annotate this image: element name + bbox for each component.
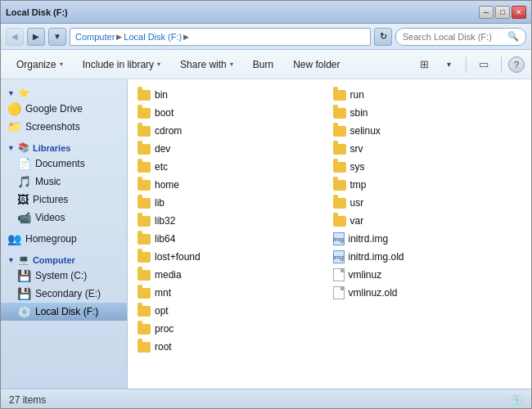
sidebar-item-google-drive-label: Google Drive xyxy=(25,103,83,115)
preview-pane-button[interactable]: ▭ xyxy=(473,54,494,75)
list-item[interactable]: boot xyxy=(134,104,330,122)
sidebar-item-google-drive[interactable]: 🟡 Google Drive xyxy=(1,100,127,118)
content-area: ▼ ⭐ 🟡 Google Drive 📁 Screenshots ▼ 📚 Lib… xyxy=(1,79,531,389)
window-controls: ─ □ ✕ xyxy=(479,6,526,19)
folder-icon xyxy=(138,198,151,209)
dropdown-button[interactable]: ▼ xyxy=(48,28,66,46)
refresh-icon: ↻ xyxy=(380,31,387,42)
list-item[interactable]: lost+found xyxy=(134,248,330,266)
sidebar-item-system-c[interactable]: 💾 System (C:) xyxy=(1,267,127,285)
search-input[interactable] xyxy=(403,32,504,42)
sidebar-item-secondary-e-label: Secondary (E:) xyxy=(35,288,101,299)
file-name: lib xyxy=(155,197,165,209)
sidebar-item-music[interactable]: 🎵 Music xyxy=(1,173,127,191)
file-name: usr xyxy=(350,197,364,209)
list-item[interactable]: dev xyxy=(134,140,330,158)
file-name: var xyxy=(350,215,364,227)
sidebar-item-secondary-e[interactable]: 💾 Secondary (E:) xyxy=(1,285,127,303)
list-item[interactable]: imginitrd.img xyxy=(330,230,525,248)
folder-icon xyxy=(138,216,151,227)
titlebar: Local Disk (F:) ─ □ ✕ xyxy=(1,1,531,24)
list-item[interactable]: var xyxy=(330,212,525,230)
help-button[interactable]: ? xyxy=(508,56,525,73)
folder-icon xyxy=(138,342,151,353)
item-count: 27 items xyxy=(9,394,46,406)
list-item[interactable]: selinux xyxy=(330,122,525,140)
list-item[interactable]: cdrom xyxy=(134,122,330,140)
libraries-section: ▼ 📚 Libraries 📄 Documents 🎵 Music 🖼 Pict… xyxy=(1,139,127,227)
include-in-library-button[interactable]: Include in library ▾ xyxy=(74,54,169,75)
list-item[interactable]: lib xyxy=(134,194,330,212)
favorites-icon: ⭐ xyxy=(18,88,29,98)
search-box[interactable]: 🔍 xyxy=(395,28,526,46)
secondary-e-icon: 💾 xyxy=(17,287,31,300)
file-list: binrunbootsbincdromselinuxdevsrvetcsysho… xyxy=(128,79,531,389)
file-icon xyxy=(333,268,345,281)
computer-label: Computer xyxy=(33,255,75,265)
sidebar-item-pictures[interactable]: 🖼 Pictures xyxy=(1,191,127,209)
list-item[interactable]: root xyxy=(134,338,330,356)
burn-button[interactable]: Burn xyxy=(244,54,282,75)
list-item[interactable]: vmlinuz.old xyxy=(330,284,525,302)
back-button[interactable]: ◀ xyxy=(6,28,24,46)
file-name: home xyxy=(155,179,179,191)
maximize-button[interactable]: □ xyxy=(495,6,510,19)
share-with-button[interactable]: Share with ▾ xyxy=(171,54,242,75)
list-item[interactable]: sys xyxy=(330,158,525,176)
list-item[interactable]: sbin xyxy=(330,104,525,122)
list-item[interactable]: run xyxy=(330,86,525,104)
path-localdisk: Local Disk (F:) xyxy=(124,32,182,42)
organize-button[interactable]: Organize ▾ xyxy=(7,54,72,75)
close-button[interactable]: ✕ xyxy=(512,6,526,19)
sidebar-item-homegroup[interactable]: 👥 Homegroup xyxy=(1,230,127,248)
local-disk-f-icon: 💿 xyxy=(17,305,31,318)
file-icon: img xyxy=(333,232,345,245)
list-item[interactable]: home xyxy=(134,176,330,194)
list-item[interactable]: imginitrd.img.old xyxy=(330,248,525,266)
toolbar: Organize ▾ Include in library ▾ Share wi… xyxy=(1,50,531,79)
sidebar-item-videos[interactable]: 📹 Videos xyxy=(1,209,127,227)
statusbar: 27 items 💿 xyxy=(1,389,531,409)
folder-icon xyxy=(138,108,151,119)
forward-button[interactable]: ▶ xyxy=(27,28,45,46)
list-item[interactable]: srv xyxy=(330,140,525,158)
forward-arrow-icon: ▶ xyxy=(33,32,39,41)
view-dropdown-button[interactable]: ▾ xyxy=(438,54,459,75)
sidebar-item-documents[interactable]: 📄 Documents xyxy=(1,155,127,173)
file-name: tmp xyxy=(350,179,367,191)
list-item[interactable]: bin xyxy=(134,86,330,104)
file-name: srv xyxy=(350,143,363,155)
list-item-empty xyxy=(330,338,525,356)
list-item[interactable]: usr xyxy=(330,194,525,212)
libraries-label: Libraries xyxy=(33,143,70,153)
burn-label: Burn xyxy=(253,59,273,70)
list-item[interactable]: etc xyxy=(134,158,330,176)
list-item[interactable]: lib64 xyxy=(134,230,330,248)
refresh-button[interactable]: ↻ xyxy=(374,28,392,46)
address-path[interactable]: Computer ▶ Local Disk (F:) ▶ xyxy=(70,28,371,46)
libraries-group: ▼ 📚 Libraries xyxy=(1,139,127,155)
sidebar-item-documents-label: Documents xyxy=(35,158,85,169)
list-item[interactable]: media xyxy=(134,266,330,284)
sidebar-item-homegroup-label: Homegroup xyxy=(25,233,77,245)
list-item[interactable]: tmp xyxy=(330,176,525,194)
list-item[interactable]: mnt xyxy=(134,284,330,302)
new-folder-button[interactable]: New folder xyxy=(284,54,349,75)
minimize-button[interactable]: ─ xyxy=(479,6,494,19)
documents-icon: 📄 xyxy=(17,157,31,170)
list-item[interactable]: proc xyxy=(134,320,330,338)
system-c-icon: 💾 xyxy=(17,269,31,282)
organize-dropdown-icon: ▾ xyxy=(60,61,63,68)
sidebar-item-local-disk-f[interactable]: 💿 Local Disk (F:) xyxy=(1,303,127,321)
drive-icon: 💿 xyxy=(511,394,523,406)
folder-icon xyxy=(138,144,151,155)
list-item[interactable]: vmlinuz xyxy=(330,266,525,284)
list-item[interactable]: opt xyxy=(134,302,330,320)
list-item[interactable]: lib32 xyxy=(134,212,330,230)
file-name: mnt xyxy=(155,287,171,299)
libraries-collapse-icon: ▼ xyxy=(7,144,15,152)
file-name: selinux xyxy=(350,125,381,137)
view-details-button[interactable]: ⊞ xyxy=(413,54,435,75)
folder-icon xyxy=(333,126,346,137)
sidebar-item-screenshots[interactable]: 📁 Screenshots xyxy=(1,118,127,136)
